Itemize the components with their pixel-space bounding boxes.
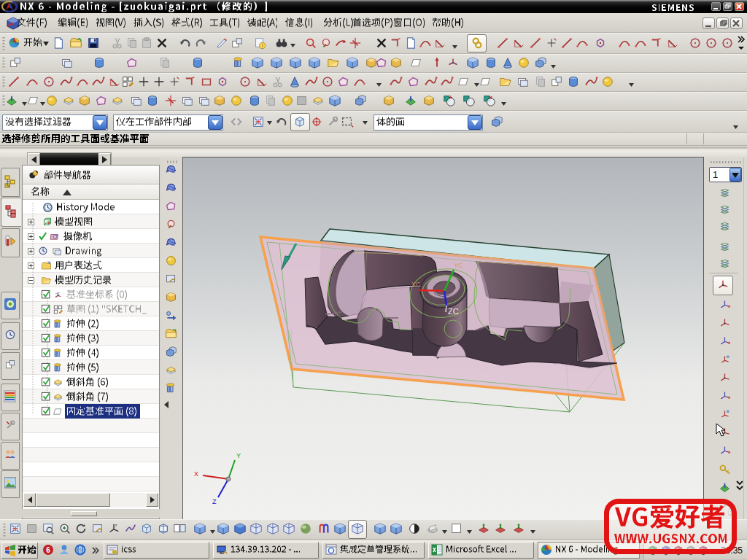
svg-text:XC: XC [411,281,421,288]
svg-text:z: z [115,523,117,527]
svg-text:+: + [449,94,452,101]
svg-text:Z: Z [212,498,217,505]
svg-text:YC: YC [454,262,463,269]
svg-text:x: x [489,94,493,101]
svg-text:ZC: ZC [448,307,459,316]
svg-text:X: X [194,470,198,478]
svg-text:Y: Y [236,452,241,459]
svg-text:6: 6 [46,546,50,554]
svg-text:-: - [469,94,471,101]
svg-text:i: i [262,43,263,48]
